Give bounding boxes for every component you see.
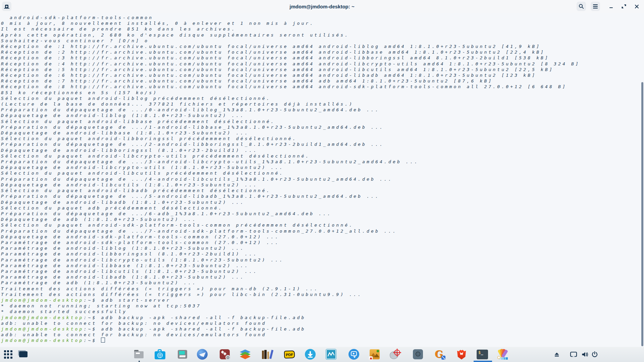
terminal-output-line: Préparation du dépaquetage de .../5-andr… [1,193,644,199]
taskbar-item-screen-recorder[interactable] [348,349,360,360]
taskbar-item-settings[interactable]: ⚙ [412,349,424,360]
taskbar-item-layers-app[interactable] [239,349,251,360]
terminal-output-line: Paramétrage de adb (1:8.1.0+r23-5ubuntu2… [1,280,644,286]
terminal-output-line: 851 ko réceptionnés en 5s (157 ko/s) [1,90,644,96]
taskbar-item-color-picker[interactable] [497,349,508,360]
window-title: jmdom@jmdom-desktop: ~ [0,0,644,13]
terminal-output-line: Il est nécessaire de prendre 851 ko dans… [1,26,644,32]
taskbar-item-screenshot-tool[interactable] [389,349,401,360]
terminal-prompt-line: jmdom@jmdom-desktop:~$ adb backup -apk -… [1,315,644,320]
terminal-output-line: Paramétrage de android-libadb (1:8.1.0+r… [1,274,644,280]
taskbar-item-files[interactable] [133,349,145,360]
window-list-button[interactable] [17,349,29,360]
volume-icon [581,351,588,358]
terminal-output-line: Paramétrage de android-libbase (1:8.1.0+… [1,263,644,268]
taskbar-item-software-store[interactable] [154,349,166,360]
terminal-output-line: Sélection du paquet android-libcrypto-ut… [1,153,644,159]
terminal-output-line: Sélection du paquet android-sdk-platform… [1,222,644,228]
taskbar-item-pdf-image-viewer[interactable] [369,349,380,360]
terminal-output-line: Traitement des actions différées (« trig… [1,286,644,292]
taskbar-item-terminal[interactable]: $_ [477,349,488,360]
display-settings-button[interactable] [568,349,579,360]
restore-icon [621,3,627,9]
terminal-output-line: Dépaquetage de android-libbase (1:8.1.0+… [1,130,644,136]
waveform-app-icon [326,349,336,359]
brave-browser-icon [457,349,466,360]
terminal-output-line: Dépaquetage de android-libboringssl (8.1… [1,147,644,153]
minimize-button[interactable] [606,2,616,11]
taskbar-item-calibre[interactable] [261,349,272,360]
display-icon [570,351,577,357]
terminal-output-line: Réception de :2 http://fr.archive.ubuntu… [1,49,644,55]
terminal-output-line: android-sdk-platform-tools-common [1,15,644,20]
terminal-output-line: Préparation du dépaquetage de .../6-adb_… [1,211,644,217]
terminal-output-line: Réception de :1 http://fr.archive.ubuntu… [1,44,644,49]
terminal-output-line: Traitement des actions différées (« trig… [1,292,644,297]
terminal-scrollbar[interactable] [641,82,643,346]
taskbar-item-thunderbird[interactable] [197,349,208,360]
terminal-output-line: Préparation du dépaquetage de .../0-andr… [1,107,644,113]
taskbar-item-downloader[interactable] [305,349,316,360]
taskbar-item-waveform-app[interactable] [325,349,337,360]
taskbar-item-scanner[interactable] [177,349,188,360]
app-grid-menu-button[interactable] [2,349,14,360]
screenshot-target-icon [389,349,401,359]
terminal-output-line: adb: unable to connect for backup: no de… [1,332,644,338]
taskbar-item-pdf-reader[interactable]: PDF [284,349,295,360]
taskbar: ⚙ PDF [0,347,644,362]
restore-button[interactable] [619,2,629,11]
terminal-output-line: * daemon not running; starting now at tc… [1,303,644,309]
search-icon [578,3,584,9]
pdf-reader-icon: PDF [284,350,295,358]
volume-button[interactable] [579,349,590,360]
terminal-output-line: Réception de :6 http://fr.archive.ubuntu… [1,72,644,78]
terminal-output-line: Paramétrage de android-sdk-platform-tool… [1,240,644,245]
terminal-output-line: Préparation du dépaquetage de .../1-andr… [1,124,644,130]
terminal-output-line: (Lecture de la base de données... 377821… [1,101,644,107]
power-icon [591,351,598,358]
terminal-output-line: Dépaquetage de android-libcutils (1:8.1.… [1,182,644,188]
terminal-app-icon: $_ [477,350,488,359]
terminal-output-line: Dépaquetage de android-libadb (1:8.1.0+r… [1,199,644,205]
terminal-output-line: Préparation du dépaquetage de .../7-andr… [1,228,644,234]
dice-icon [441,356,445,360]
red-utility-app-icon: ⚙ [220,349,230,359]
eject-button[interactable] [551,349,562,360]
terminal-prompt-line: jmdom@jmdom-desktop:~$ [1,338,644,343]
terminal-cursor [101,338,105,343]
terminal-output-line: Sélection du paquet android-libboringssl… [1,136,644,141]
terminal-output-line: Sélection du paquet adb précédemment dés… [1,205,644,211]
terminal-output-line: Réception de :7 http://fr.archive.ubuntu… [1,78,644,84]
terminal-output-line: Dépaquetage de android-liblog (1:8.1.0+r… [1,113,644,118]
terminal-output-line: Paramétrage de android-libcrypto-utils (… [1,257,644,263]
download-arrow-icon [305,349,316,360]
terminal-output-line: Préparation du dépaquetage de .../2-andr… [1,141,644,147]
terminal-output-line: 0 mis à jour, 8 nouvellement installés, … [1,20,644,26]
terminal-output-line: Réception de :8 http://fr.archive.ubuntu… [1,84,644,89]
terminal-output[interactable]: android-sdk-platform-tools-common0 mis à… [0,13,644,347]
color-fan-icon [497,349,508,360]
close-button[interactable] [632,2,641,11]
terminal-output-line: Sélection du paquet android-libadb précé… [1,188,644,193]
running-indicator-dot-files [139,361,140,362]
menu-button[interactable] [591,2,600,11]
terminal-output-line: Réception de :4 http://fr.archive.ubuntu… [1,61,644,67]
waveform-glyph [327,351,335,357]
terminal-output-line: Sélection du paquet android-liblog précé… [1,96,644,101]
terminal-output-line: Préparation du dépaquetage de .../3-andr… [1,159,644,165]
search-button[interactable] [577,2,586,11]
terminal-output-line: Dépaquetage de android-sdk-platform-tool… [1,234,644,240]
terminal-output-line: Après cette opération, 2 680 ko d'espace… [1,32,644,38]
terminal-output-line: adb: unable to connect for backup: no de… [1,320,644,326]
thunderbird-icon [197,349,208,360]
hamburger-menu-icon [593,4,598,9]
power-button[interactable] [589,349,600,360]
terminal-output-line: Dépaquetage de android-libcrypto-utils (… [1,165,644,170]
file-manager-icon [134,350,144,359]
taskbar-item-red-utility[interactable]: ⚙ [219,349,230,360]
calibre-books-icon [262,350,272,359]
eject-icon [554,352,560,357]
taskbar-item-brave[interactable] [456,349,467,360]
taskbar-item-gcompris[interactable]: G [434,349,445,360]
window-list-icon [19,351,28,357]
